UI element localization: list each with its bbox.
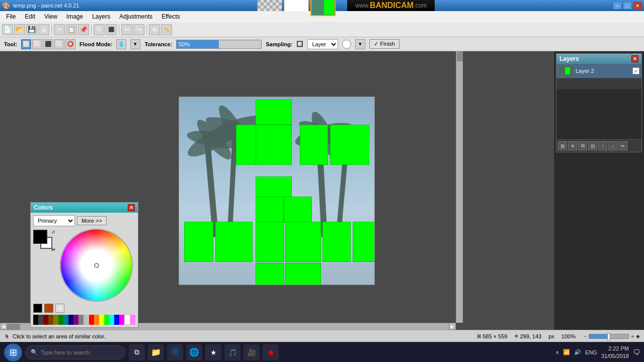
menu-view[interactable]: View bbox=[40, 12, 61, 21]
menu-layers[interactable]: Layers bbox=[88, 12, 114, 21]
sampling-dropdown[interactable]: ▾ bbox=[355, 39, 365, 49]
taskbar-search[interactable]: 🔍 Type here to search bbox=[25, 345, 126, 359]
scroll-left[interactable]: ◀ bbox=[0, 323, 7, 330]
start-button[interactable]: ⊞ bbox=[4, 343, 22, 361]
layer-row-2[interactable]: Layer 2 ✓ bbox=[556, 64, 641, 78]
palette-darkred[interactable] bbox=[43, 315, 48, 325]
menu-image[interactable]: Image bbox=[62, 12, 87, 21]
layer-up-button[interactable]: ↑ bbox=[598, 141, 607, 150]
tool-icon-alt1[interactable]: ⬜ bbox=[32, 39, 42, 49]
taskbar-chrome[interactable]: 🌐 bbox=[186, 344, 202, 360]
color-black-swatch[interactable] bbox=[33, 304, 42, 313]
tolerance-control[interactable]: 50% bbox=[176, 40, 262, 49]
palette-orange[interactable] bbox=[94, 315, 99, 325]
tool-type-selector[interactable]: ⬜ ⬜ ⬛ ⬜ ⭕ bbox=[21, 39, 75, 49]
palette-magenta[interactable] bbox=[119, 315, 124, 325]
palette-navy[interactable] bbox=[68, 315, 73, 325]
taskbar-task-view[interactable]: ⧉ bbox=[129, 344, 145, 360]
tool-icon-alt4[interactable]: ⭕ bbox=[65, 39, 75, 49]
palette-purple[interactable] bbox=[73, 315, 78, 325]
print-button[interactable]: 🖨 bbox=[38, 24, 49, 35]
palette-black[interactable] bbox=[33, 315, 38, 325]
maximize-button[interactable]: □ bbox=[623, 2, 632, 10]
menu-effects[interactable]: Effects bbox=[157, 12, 184, 21]
ruler-button[interactable]: 📏 bbox=[161, 24, 172, 35]
redo-button[interactable]: ↪ bbox=[133, 24, 144, 35]
menu-edit[interactable]: Edit bbox=[21, 12, 39, 21]
menu-file[interactable]: File bbox=[2, 12, 20, 21]
palette-brown[interactable] bbox=[48, 315, 53, 325]
palette-red[interactable] bbox=[89, 315, 94, 325]
layer-thumbnail bbox=[558, 65, 574, 76]
paint-canvas[interactable] bbox=[179, 97, 375, 285]
palette-blue[interactable] bbox=[114, 315, 119, 325]
save-button[interactable]: 💾 bbox=[26, 24, 37, 35]
deselect-button[interactable]: ⬜ bbox=[94, 24, 105, 35]
color-settings-btn[interactable]: ▾ bbox=[55, 304, 64, 313]
swap-colors-icon[interactable]: ⇄ bbox=[51, 247, 55, 252]
cut-button[interactable]: ✂ bbox=[54, 24, 65, 35]
layers-close-button[interactable]: ✕ bbox=[631, 55, 638, 62]
layer-duplicate-button[interactable]: ⧉ bbox=[578, 141, 587, 150]
palette-green[interactable] bbox=[104, 315, 109, 325]
separator4 bbox=[146, 25, 147, 35]
zoom-slider[interactable] bbox=[589, 334, 629, 339]
color-recent-swatch[interactable] bbox=[44, 304, 53, 313]
invert-button[interactable]: ⬛ bbox=[106, 24, 117, 35]
taskbar-icon6[interactable]: 🎵 bbox=[224, 344, 240, 360]
primary-select[interactable]: Primary Secondary bbox=[33, 215, 75, 226]
paste-button[interactable]: 📌 bbox=[78, 24, 89, 35]
minimize-button[interactable]: ─ bbox=[613, 2, 622, 10]
grid-button[interactable]: ⊞ bbox=[149, 24, 160, 35]
taskbar-clock[interactable]: 2:22 PM 31/05/2018 bbox=[601, 345, 629, 359]
undo-button[interactable]: ↩ bbox=[121, 24, 132, 35]
flood-mode-icon[interactable]: 💧 bbox=[116, 39, 126, 49]
palette-pinkish[interactable] bbox=[130, 315, 135, 325]
vscrollbar[interactable] bbox=[456, 51, 463, 323]
layer-merge-button[interactable]: ⊟ bbox=[588, 141, 597, 150]
layer-add-button[interactable]: ⊞ bbox=[558, 141, 567, 150]
sampling-select[interactable]: Layer Image bbox=[307, 39, 338, 49]
tool-icon-alt3[interactable]: ⬜ bbox=[54, 39, 64, 49]
layer-properties-button[interactable]: ✏ bbox=[618, 141, 627, 150]
palette-teal[interactable] bbox=[63, 315, 68, 325]
tray-volume-icon[interactable]: 🔊 bbox=[574, 349, 581, 355]
taskbar-icon7[interactable]: 🎥 bbox=[244, 344, 260, 360]
close-button[interactable]: ✕ bbox=[633, 2, 642, 10]
palette-darkgray[interactable] bbox=[38, 315, 43, 325]
fg-swatch[interactable] bbox=[33, 230, 47, 244]
tray-up-icon[interactable]: ∧ bbox=[555, 349, 559, 355]
taskbar-edge[interactable]: ⓔ bbox=[167, 344, 183, 360]
zoom-in-icon[interactable]: ＋ bbox=[630, 333, 635, 340]
notifications-icon[interactable]: 🗨 bbox=[633, 348, 640, 356]
open-button[interactable]: 📂 bbox=[14, 24, 25, 35]
language-indicator[interactable]: ENG bbox=[585, 349, 597, 355]
color-wheel[interactable] bbox=[60, 229, 133, 302]
flood-mode-dropdown[interactable]: ▾ bbox=[130, 39, 140, 49]
copy-button[interactable]: 📋 bbox=[66, 24, 77, 35]
more-button[interactable]: More >> bbox=[77, 216, 107, 225]
palette-white[interactable] bbox=[124, 315, 130, 325]
colors-close-button[interactable]: ✕ bbox=[128, 204, 135, 211]
palette-cyan[interactable] bbox=[109, 315, 114, 325]
layer-down-button[interactable]: ↓ bbox=[608, 141, 617, 150]
layer-visibility-check[interactable]: ✓ bbox=[632, 67, 639, 74]
menu-adjustments[interactable]: Adjustments bbox=[115, 12, 156, 21]
tray-network-icon[interactable]: 📶 bbox=[563, 349, 570, 355]
tool-icon-fill[interactable]: ⬜ bbox=[21, 39, 31, 49]
taskbar-icon5[interactable]: ★ bbox=[205, 344, 221, 360]
new-button[interactable]: 📄 bbox=[2, 24, 13, 35]
palette-darkgreen[interactable] bbox=[58, 315, 63, 325]
taskbar-record[interactable]: ⏺ bbox=[263, 344, 279, 360]
tool-icon-alt2[interactable]: ⬛ bbox=[43, 39, 53, 49]
layer-delete-button[interactable]: ✕ bbox=[568, 141, 577, 150]
zoom-out-icon[interactable]: － bbox=[583, 333, 588, 340]
palette-olive[interactable] bbox=[53, 315, 58, 325]
taskbar-file-explorer[interactable]: 📁 bbox=[148, 344, 164, 360]
finish-button[interactable]: ✓ Finish bbox=[369, 39, 399, 49]
reset-colors-icon[interactable]: ↺ bbox=[51, 230, 55, 235]
scroll-right[interactable]: ▶ bbox=[449, 323, 456, 330]
palette-gray[interactable] bbox=[78, 315, 84, 325]
palette-yellow[interactable] bbox=[99, 315, 104, 325]
palette-silver[interactable] bbox=[84, 315, 89, 325]
